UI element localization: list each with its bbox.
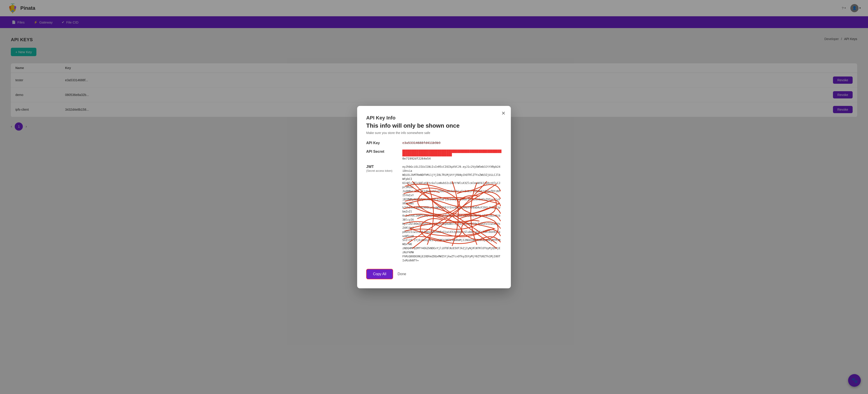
- modal-subheading: Make sure you store the info somewhere s…: [366, 131, 502, 135]
- modal-overlay: API Key Info ✕ This info will only be sh…: [0, 0, 868, 394]
- jwt-text: eyJhbGciOiJIUzI1NiIsInR5cCI6IkpXVCJ9.eyJ…: [402, 165, 502, 262]
- jwt-value-area: eyJhbGciOiJIUzI1NiIsInR5cCI6IkpXVCJ9.eyJ…: [402, 165, 502, 262]
- done-button[interactable]: Done: [398, 272, 406, 276]
- api-key-value: e3a53314688fd411b9b9: [402, 141, 502, 145]
- api-key-text: e3a53314688fd411b9b9: [402, 141, 440, 145]
- copy-all-button[interactable]: Copy All: [366, 269, 393, 279]
- api-secret-line2: 0e71992df2264e54: [402, 157, 502, 160]
- jwt-label: JWT: [366, 165, 393, 169]
- modal-title: API Key Info: [366, 115, 502, 121]
- api-secret-label: API Secret: [366, 149, 393, 154]
- jwt-section: JWT (Secret access token) eyJhbGciOiJIUz…: [366, 165, 502, 262]
- jwt-sublabel: (Secret access token): [366, 169, 393, 172]
- modal-heading: This info will only be shown once: [366, 122, 502, 129]
- api-secret-value: ████████████████████████████████████████…: [402, 149, 502, 160]
- api-secret-line1: ████████████████████████████████████████…: [402, 149, 502, 157]
- modal-close-button[interactable]: ✕: [501, 110, 505, 116]
- jwt-label-block: JWT (Secret access token): [366, 165, 393, 172]
- api-key-label: API Key: [366, 141, 393, 145]
- api-key-row: API Key e3a53314688fd411b9b9: [366, 141, 502, 145]
- api-secret-row: API Secret █████████████████████████████…: [366, 149, 502, 160]
- modal-actions: Copy All Done: [366, 269, 502, 279]
- api-key-info-modal: API Key Info ✕ This info will only be sh…: [357, 106, 511, 288]
